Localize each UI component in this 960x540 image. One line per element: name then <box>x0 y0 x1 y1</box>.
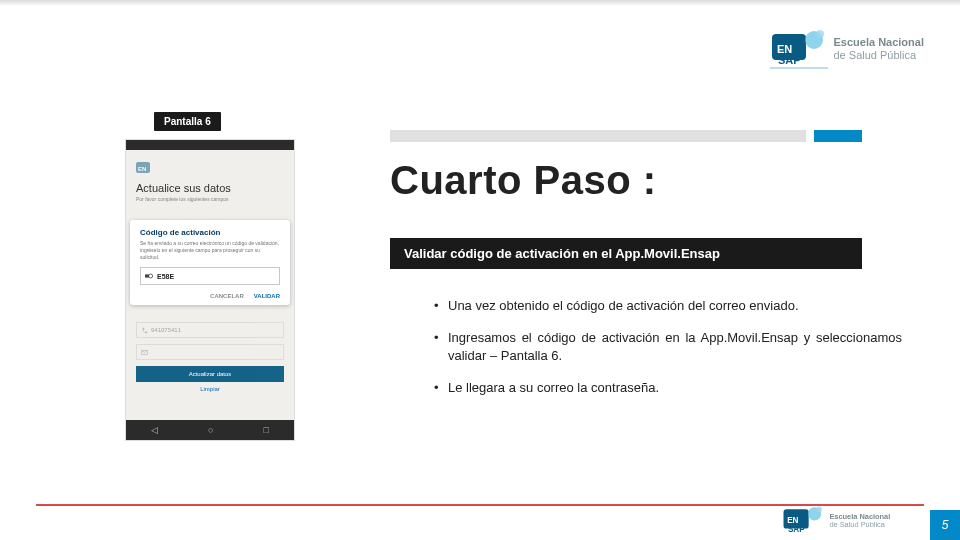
brand-logo: EN SAP Escuela Nacional de Salud Pública <box>770 28 925 70</box>
brand-text: Escuela Nacional de Salud Pública <box>834 36 925 62</box>
svg-text:SAP: SAP <box>788 525 805 534</box>
list-item: Le llegara a su correo la contraseña. <box>430 379 902 397</box>
list-item: Ingresamos el código de activación en la… <box>430 329 902 365</box>
bg-phone-field: 941075411 <box>136 322 284 338</box>
key-icon <box>145 272 153 280</box>
list-item: Una vez obtenido el código de activación… <box>430 297 902 315</box>
bg-clear-link: Limpiar <box>136 386 284 392</box>
slide: EN SAP Escuela Nacional de Salud Pública… <box>0 0 960 540</box>
footer-brand-mark: EN SAP <box>782 505 825 536</box>
home-icon: ○ <box>208 425 213 435</box>
bg-submit-button: Actualizar datos <box>136 366 284 382</box>
mail-icon <box>141 349 148 356</box>
brand-mark: EN SAP <box>770 28 828 70</box>
footer-brand-line1: Escuela Nacional <box>829 512 890 520</box>
svg-point-9 <box>149 274 153 278</box>
activation-code-value: E58E <box>157 273 174 280</box>
phone-body: EN Actualice sus datos Por favor complet… <box>126 150 294 396</box>
phone-icon <box>141 327 148 334</box>
phone-statusbar <box>126 140 294 150</box>
cancel-button[interactable]: CANCELAR <box>210 293 244 299</box>
validate-button[interactable]: VALIDAR <box>254 293 280 299</box>
svg-point-2 <box>816 30 824 38</box>
brand-line1: Escuela Nacional <box>834 36 925 49</box>
back-icon: ◁ <box>151 425 158 435</box>
phone-screen-title: Actualice sus datos <box>136 182 284 194</box>
phone-app-logo: EN <box>136 160 284 178</box>
page-number: 5 <box>930 510 960 540</box>
background-form: 941075411 Actualizar datos Limpiar <box>136 322 284 392</box>
subtitle-bar: Validar código de activación en el App.M… <box>390 238 862 269</box>
phone-screenshot: Pantalla 6 EN Actualice sus datos Por fa… <box>126 118 294 440</box>
top-shadow <box>0 0 960 6</box>
brand-line2: de Salud Pública <box>834 49 925 62</box>
svg-text:EN: EN <box>138 166 146 172</box>
activation-modal: Código de activación Se ha enviado a su … <box>130 220 290 305</box>
android-nav: ◁ ○ □ <box>126 420 294 440</box>
phone-screen-subtitle: Por favor complete los siguientes campos <box>136 196 284 202</box>
modal-description: Se ha enviado a su correo electrónico un… <box>140 240 280 261</box>
phone-caption: Pantalla 6 <box>154 112 221 131</box>
phone-frame: EN Actualice sus datos Por favor complet… <box>126 140 294 440</box>
modal-title: Código de activación <box>140 228 280 237</box>
modal-actions: CANCELAR VALIDAR <box>140 293 280 299</box>
page-title: Cuarto Paso : <box>390 158 657 203</box>
bg-email-field <box>136 344 284 360</box>
footer: EN SAP Escuela Nacional de Salud Pública… <box>0 504 960 540</box>
footer-brand-line2: de Salud Pública <box>829 520 890 528</box>
recent-icon: □ <box>264 425 269 435</box>
title-block: Cuarto Paso : <box>390 140 657 203</box>
footer-logo: EN SAP Escuela Nacional de Salud Pública <box>782 505 890 536</box>
footer-brand-text: Escuela Nacional de Salud Pública <box>829 512 890 528</box>
bullet-list: Una vez obtenido el código de activación… <box>390 297 902 411</box>
svg-text:SAP: SAP <box>778 54 801 66</box>
activation-code-input[interactable]: E58E <box>140 267 280 285</box>
